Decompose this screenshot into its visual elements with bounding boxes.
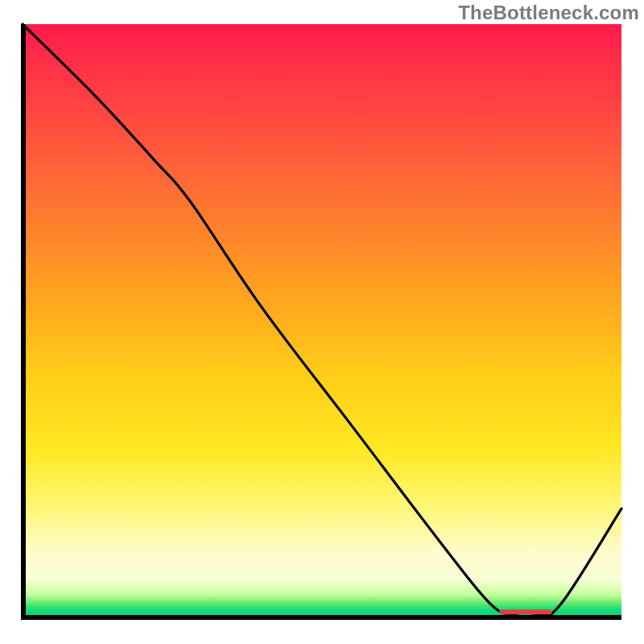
y-axis — [21, 24, 26, 620]
main-curve — [23, 24, 621, 617]
x-axis — [23, 615, 621, 620]
curve-layer — [23, 24, 621, 615]
watermark-text: TheBottleneck.com — [458, 2, 639, 24]
chart-frame: TheBottleneck.com — [0, 0, 644, 644]
